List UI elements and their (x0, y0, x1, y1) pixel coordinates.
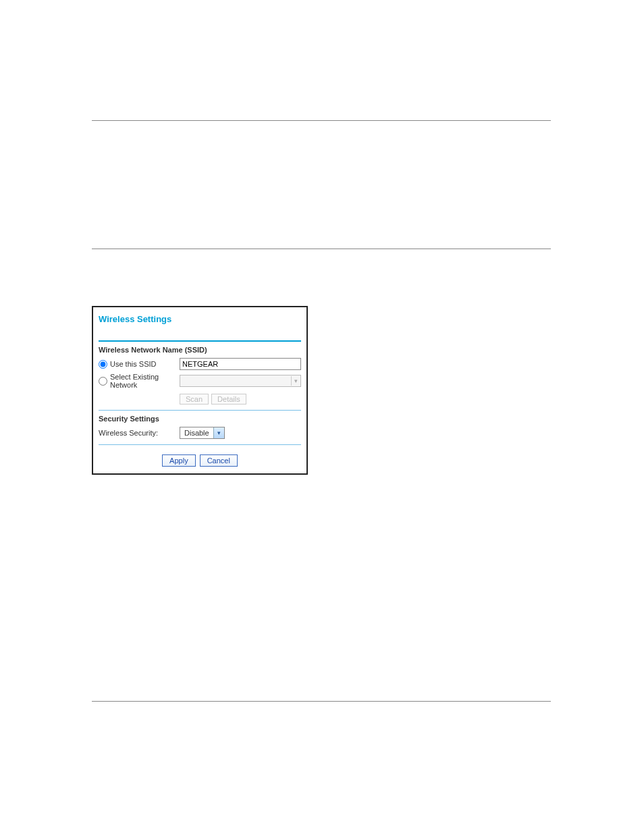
cancel-button[interactable]: Cancel (200, 454, 238, 467)
wireless-security-row: Wireless Security: Disable ▾ (99, 427, 301, 439)
chevron-down-icon: ▾ (291, 376, 300, 386)
security-section-heading: Security Settings (99, 415, 301, 423)
bottom-button-row: Apply Cancel (99, 449, 301, 467)
section-divider (99, 340, 301, 342)
wireless-settings-panel: Wireless Settings Wireless Network Name … (92, 306, 308, 475)
chevron-down-icon: ▾ (213, 427, 224, 438)
scan-details-row: Scan Details (99, 392, 301, 405)
select-existing-radio[interactable] (99, 377, 107, 386)
apply-button[interactable]: Apply (162, 454, 196, 467)
page-divider-top (92, 120, 551, 121)
select-existing-row: Select Existing Network ▾ (99, 373, 301, 389)
ssid-section-heading: Wireless Network Name (SSID) (99, 346, 301, 354)
page-divider-mid (92, 249, 551, 249)
wireless-security-value: Disable (180, 429, 213, 437)
wireless-security-select[interactable]: Disable ▾ (180, 427, 225, 439)
ssid-input[interactable] (180, 358, 301, 370)
page-divider-bottom (92, 701, 551, 702)
details-button: Details (211, 394, 246, 405)
select-existing-label: Select Existing Network (110, 373, 180, 389)
section-divider-thin (99, 444, 301, 445)
use-ssid-row: Use this SSID (99, 358, 301, 370)
section-divider-thin (99, 410, 301, 411)
existing-network-dropdown: ▾ (180, 375, 301, 387)
use-ssid-label: Use this SSID (110, 360, 156, 368)
scan-button: Scan (180, 394, 209, 405)
use-ssid-radio[interactable] (99, 360, 107, 369)
panel-title: Wireless Settings (99, 314, 301, 340)
wireless-security-label: Wireless Security: (99, 429, 180, 437)
